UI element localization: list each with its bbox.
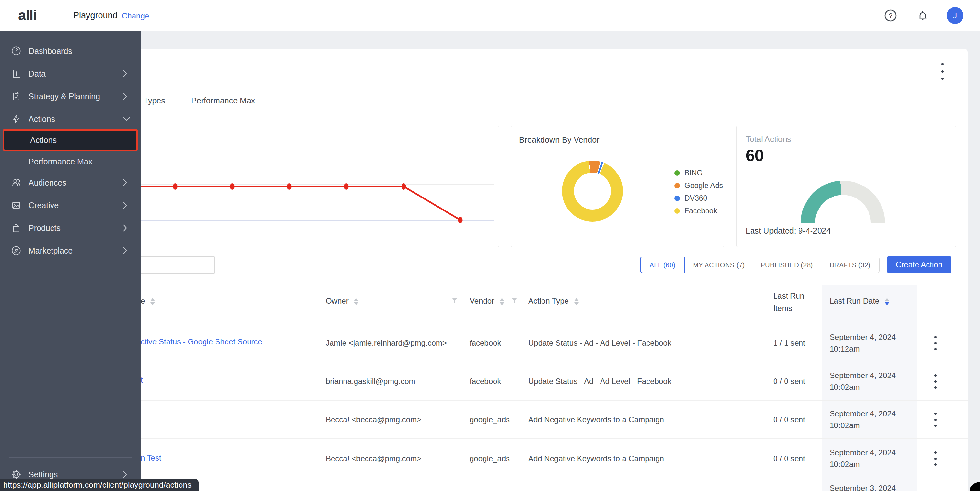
column-header-last-run-items[interactable]: Last Run Items <box>773 292 804 313</box>
vendor-breakdown-card: Breakdown By Vendor BING Google Ads DV36… <box>511 126 724 247</box>
row-kebab-icon[interactable] <box>932 374 939 389</box>
table-divider <box>141 400 968 400</box>
dashboard-icon <box>11 45 22 56</box>
sort-icon-owner[interactable] <box>354 298 358 305</box>
total-actions-card: Total Actions 60 Last Updated: 9-4-2024 <box>736 126 956 247</box>
row-owner: Becca! <becca@pmg.com> <box>326 415 421 424</box>
legend-dot-dv360 <box>675 196 680 201</box>
tabs-underline <box>141 112 968 112</box>
sidebar-item-dashboards[interactable]: Dashboards <box>0 40 141 62</box>
total-actions-value: 60 <box>746 146 764 165</box>
image-icon <box>11 200 22 211</box>
sort-icon-vendor[interactable] <box>500 298 504 305</box>
legend-item-google-ads[interactable]: Google Ads <box>675 179 723 192</box>
user-avatar[interactable]: J <box>947 7 964 24</box>
sidebar-item-audiences[interactable]: Audiences <box>0 171 141 194</box>
row-last-run-date: September 4, 2024 10:12am <box>830 333 896 354</box>
chevron-right-icon <box>123 247 128 255</box>
change-workspace-link[interactable]: Change <box>122 11 149 21</box>
chevron-right-icon <box>123 179 128 187</box>
sidebar-item-products[interactable]: Products <box>0 217 141 239</box>
header-divider <box>57 5 57 25</box>
filter-all[interactable]: ALL (60) <box>640 257 685 273</box>
sidebar-item-data[interactable]: Data <box>0 62 141 85</box>
sort-icon-name[interactable] <box>150 298 155 305</box>
tab-performance-max[interactable]: Performance Max <box>191 96 255 105</box>
notifications-bell-icon[interactable] <box>916 9 929 22</box>
column-header-vendor[interactable]: Vendor <box>469 297 504 306</box>
row-name-link[interactable]: t <box>141 376 143 385</box>
legend-dot-bing <box>675 170 680 176</box>
row-kebab-icon[interactable] <box>932 336 939 350</box>
sidebar-item-marketplace[interactable]: Marketplace <box>0 239 141 262</box>
row-action-type: Update Status - Ad - Ad Level - Facebook <box>528 339 671 348</box>
column-header-action-type[interactable]: Action Type <box>528 297 579 306</box>
row-owner: Becca! <becca@pmg.com> <box>326 454 421 463</box>
column-header-name[interactable]: e <box>141 297 155 306</box>
card-options-kebab-icon[interactable] <box>939 63 946 80</box>
row-last-run-date-partial: September 3, 2024 <box>830 484 896 491</box>
row-action-type: Add Negative Keywords to a Campaign <box>528 454 664 463</box>
actions-submenu-annotation: Actions <box>3 129 138 151</box>
column-header-last-run-date[interactable]: Last Run Date <box>830 297 889 306</box>
row-vendor: facebook <box>469 339 501 348</box>
svg-text:?: ? <box>889 12 892 19</box>
bar-chart-icon <box>11 68 22 79</box>
search-input[interactable] <box>133 256 215 274</box>
row-kebab-icon[interactable] <box>932 451 939 466</box>
sidebar-label: Products <box>29 223 60 233</box>
filter-funnel-icon-vendor[interactable] <box>511 297 518 304</box>
sidebar-item-actions[interactable]: Actions <box>0 108 141 131</box>
legend-item-facebook[interactable]: Facebook <box>675 205 723 217</box>
chevron-right-icon <box>123 69 128 78</box>
legend-item-dv360[interactable]: DV360 <box>675 192 723 205</box>
sidebar-item-strategy-planning[interactable]: Strategy & Planning <box>0 85 141 108</box>
sort-icon-action-type[interactable] <box>574 298 579 305</box>
legend-dot-google-ads <box>675 183 680 188</box>
row-last-run-items: 0 / 0 sent <box>773 454 805 463</box>
filter-drafts[interactable]: DRAFTS (32) <box>821 257 880 273</box>
tab-action-types[interactable]: Types <box>143 96 165 105</box>
sidebar-label: Marketplace <box>29 246 73 255</box>
row-last-run-items: 0 / 0 sent <box>773 377 805 386</box>
status-bar-url-tooltip: https://app.alliplatform.com/client/play… <box>0 479 199 491</box>
bag-icon <box>11 223 22 233</box>
total-actions-title: Total Actions <box>746 135 791 144</box>
row-name-link[interactable]: ctive Status - Google Sheet Source <box>141 337 262 346</box>
row-last-run-items: 0 / 0 sent <box>773 415 805 424</box>
alli-logo[interactable]: alli <box>18 7 37 23</box>
sidebar-label: Settings <box>29 470 58 479</box>
sidebar-item-creative[interactable]: Creative <box>0 194 141 217</box>
row-kebab-icon[interactable] <box>932 413 939 427</box>
row-last-run-date: September 4, 2024 10:02am <box>830 371 896 392</box>
row-owner: Jamie <jamie.reinhard@pmg.com> <box>326 339 447 348</box>
sidebar-label: Actions <box>29 115 55 124</box>
vendor-donut-chart[interactable] <box>562 161 623 222</box>
legend-label-facebook: Facebook <box>684 207 717 215</box>
create-action-button[interactable]: Create Action <box>887 256 951 273</box>
chevron-right-icon <box>123 470 128 479</box>
sidebar-subitem-performance-max[interactable]: Performance Max <box>0 152 141 171</box>
legend-label-bing: BING <box>684 169 703 177</box>
sidebar-label: Audiences <box>29 178 67 187</box>
filter-funnel-icon-owner[interactable] <box>451 297 458 304</box>
row-name-link[interactable]: n Test <box>141 453 161 462</box>
help-icon[interactable]: ? <box>884 9 897 22</box>
legend-item-bing[interactable]: BING <box>675 167 723 179</box>
legend-dot-facebook <box>675 208 680 214</box>
row-owner: brianna.gaskill@pmg.com <box>326 377 415 386</box>
row-action-type: Update Status - Ad - Ad Level - Facebook <box>528 377 671 386</box>
filter-my-actions[interactable]: MY ACTIONS (7) <box>685 257 753 273</box>
sort-icon-last-run-date[interactable] <box>885 298 889 305</box>
chevron-down-icon <box>123 116 131 122</box>
lightning-icon <box>11 113 22 124</box>
table-divider <box>141 324 968 324</box>
sidebar-label: Dashboards <box>29 46 72 56</box>
sidebar-subitem-actions-active[interactable]: Actions <box>4 131 137 150</box>
sidebar-nav: Dashboards Data Strategy <box>0 31 141 491</box>
legend-label-dv360: DV360 <box>684 194 707 203</box>
donut-hole <box>574 172 611 209</box>
column-header-owner[interactable]: Owner <box>326 297 358 306</box>
actions-line-chart-card <box>133 126 499 247</box>
filter-published[interactable]: PUBLISHED (28) <box>753 257 821 273</box>
